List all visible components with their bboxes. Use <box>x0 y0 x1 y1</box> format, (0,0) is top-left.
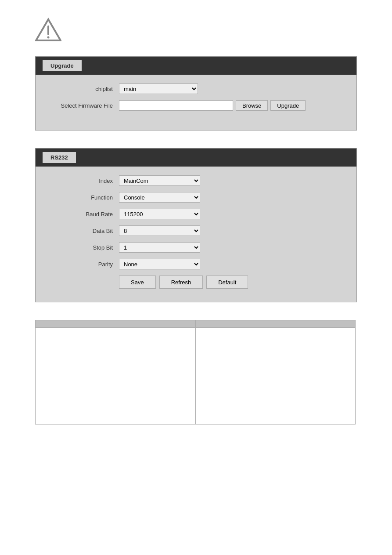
refresh-button[interactable]: Refresh <box>159 276 203 289</box>
index-select[interactable]: MainCom Com1 Com2 <box>119 175 200 186</box>
table-cell-col2 <box>195 328 356 424</box>
baud-rate-select[interactable]: 9600 19200 38400 57600 115200 <box>119 209 200 219</box>
table-col2-header <box>195 320 356 328</box>
function-control: Console Transparent None <box>119 192 200 203</box>
function-label: Function <box>49 194 119 201</box>
default-button[interactable]: Default <box>206 276 248 289</box>
rs232-panel: RS232 Index MainCom Com1 Com2 Function C… <box>35 148 357 302</box>
upgrade-panel: Upgrade chiplist main backup Select Firm… <box>35 56 357 131</box>
parity-control: None Even Odd <box>119 259 200 269</box>
warning-icon <box>35 18 61 42</box>
browse-button[interactable]: Browse <box>236 100 268 111</box>
function-row: Function Console Transparent None <box>49 192 343 203</box>
table-row <box>36 328 356 424</box>
data-bit-control: 7 8 <box>119 225 200 236</box>
data-bit-label: Data Bit <box>49 228 119 234</box>
stop-bit-control: 1 2 <box>119 242 200 253</box>
table-cell-col1 <box>36 328 196 424</box>
rs232-panel-title: RS232 <box>43 152 76 163</box>
chiplist-select[interactable]: main backup <box>119 83 198 94</box>
stop-bit-label: Stop Bit <box>49 244 119 251</box>
rs232-panel-header: RS232 <box>36 149 356 167</box>
chiplist-label: chiplist <box>49 86 119 92</box>
chiplist-control: main backup <box>119 83 198 94</box>
data-bit-row: Data Bit 7 8 <box>49 225 343 236</box>
function-select[interactable]: Console Transparent None <box>119 192 200 203</box>
parity-row: Parity None Even Odd <box>49 259 343 269</box>
svg-point-2 <box>47 36 50 39</box>
firmware-file-control: Browse Upgrade <box>119 100 306 111</box>
firmware-file-row: Select Firmware File Browse Upgrade <box>49 100 343 111</box>
upgrade-panel-header: Upgrade <box>36 57 356 75</box>
index-label: Index <box>49 178 119 184</box>
baud-rate-control: 9600 19200 38400 57600 115200 <box>119 209 200 219</box>
parity-select[interactable]: None Even Odd <box>119 259 200 269</box>
stop-bit-row: Stop Bit 1 2 <box>49 242 343 253</box>
chiplist-row: chiplist main backup <box>49 83 343 94</box>
upgrade-panel-title: Upgrade <box>43 60 82 71</box>
stop-bit-select[interactable]: 1 2 <box>119 242 200 253</box>
index-row: Index MainCom Com1 Com2 <box>49 175 343 186</box>
rs232-button-row: Save Refresh Default <box>119 276 343 289</box>
upgrade-panel-body: chiplist main backup Select Firmware Fil… <box>36 75 356 130</box>
warning-section <box>35 18 357 43</box>
baud-rate-row: Baud Rate 9600 19200 38400 57600 115200 <box>49 209 343 219</box>
index-control: MainCom Com1 Com2 <box>119 175 200 186</box>
firmware-file-label: Select Firmware File <box>49 102 119 109</box>
save-button[interactable]: Save <box>119 276 156 289</box>
baud-rate-label: Baud Rate <box>49 211 119 218</box>
info-table <box>35 320 356 424</box>
parity-label: Parity <box>49 261 119 268</box>
data-bit-select[interactable]: 7 8 <box>119 225 200 236</box>
rs232-panel-body: Index MainCom Com1 Com2 Function Console… <box>36 167 356 302</box>
upgrade-button[interactable]: Upgrade <box>270 100 306 111</box>
firmware-file-input[interactable] <box>119 100 233 111</box>
table-col1-header <box>36 320 196 328</box>
